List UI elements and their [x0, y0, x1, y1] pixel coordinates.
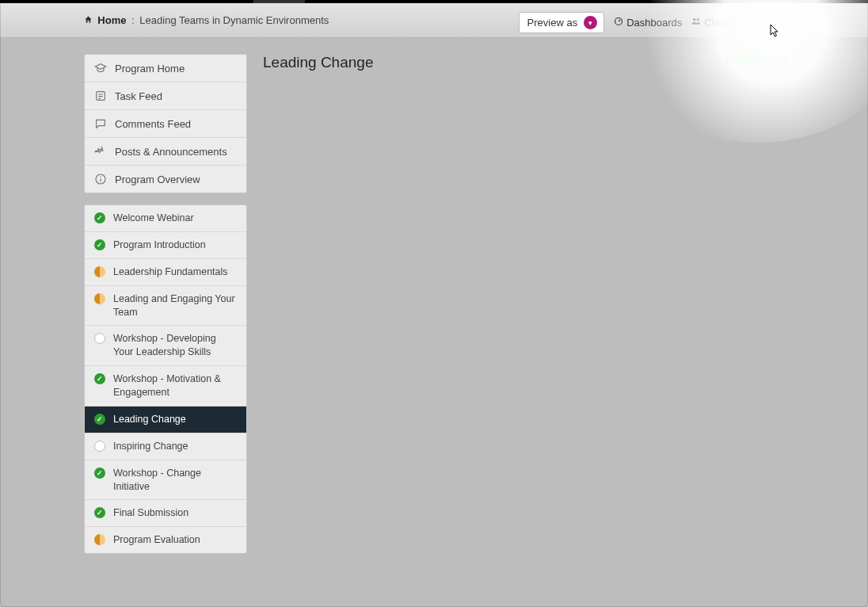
status-half-icon: [94, 534, 105, 545]
status-done-icon: [94, 468, 105, 479]
status-half-icon: [94, 266, 105, 277]
info-icon: [94, 173, 107, 185]
page-title: Leading Change: [263, 54, 789, 71]
sidebar: Program HomeTask FeedComments FeedPosts …: [84, 54, 247, 554]
pencil-icon: [759, 17, 768, 29]
edit-link[interactable]: Edit: [759, 17, 789, 29]
edit-label: Edit: [771, 17, 789, 29]
pin-icon: [94, 145, 107, 158]
sidebar-nav-label: Posts & Announcements: [115, 146, 227, 158]
module-item[interactable]: Leadership Fundamentals: [85, 259, 246, 286]
status-done-icon: [94, 212, 105, 223]
module-item[interactable]: Workshop - Developing Your Leadership Sk…: [85, 326, 246, 366]
svg-point-2: [697, 18, 699, 21]
sidebar-nav-label: Program Home: [115, 63, 185, 74]
breadcrumb: Home : Leading Teams in Dynamic Environm…: [84, 14, 329, 26]
sidebar-nav-item[interactable]: Comments Feed: [85, 110, 246, 138]
sidebar-nav-item[interactable]: Program Home: [85, 55, 246, 82]
module-item[interactable]: Leading and Engaging Your Team: [85, 286, 246, 326]
module-label: Inspiring Change: [113, 440, 238, 453]
preview-as-button[interactable]: Preview as ▾: [519, 12, 605, 33]
main-content: Leading Change: [263, 54, 789, 78]
preview-as-label: Preview as: [527, 17, 578, 29]
module-label: Workshop - Developing Your Leadership Sk…: [113, 332, 238, 359]
module-item[interactable]: Welcome Webinar: [85, 205, 246, 232]
module-item[interactable]: Final Submission: [85, 500, 246, 527]
home-icon: [84, 15, 95, 26]
module-item[interactable]: Leading Change: [85, 407, 246, 433]
sidebar-nav-item[interactable]: Program Overview: [85, 166, 246, 193]
sidebar-nav-label: Program Overview: [115, 174, 200, 185]
chevron-down-icon: ▾: [584, 16, 597, 29]
module-item[interactable]: Inspiring Change: [85, 433, 246, 460]
progress-indicator: [725, 55, 789, 63]
svg-point-9: [100, 176, 101, 177]
module-item[interactable]: Workshop - Change Initiative: [85, 460, 246, 501]
module-label: Program Evaluation: [113, 533, 238, 547]
module-label: Program Introduction: [113, 239, 238, 252]
page-header: Home : Leading Teams in Dynamic Environm…: [0, 3, 868, 38]
sidebar-nav-label: Task Feed: [115, 90, 162, 102]
module-label: Welcome Webinar: [113, 212, 238, 225]
module-label: Workshop - Motivation & Engagement: [113, 372, 238, 399]
module-label: Leading Change: [113, 413, 238, 426]
dashboards-label: Dashboards: [626, 17, 682, 29]
svg-point-1: [693, 18, 695, 21]
module-label: Workshop - Change Initiative: [113, 467, 238, 494]
class-list-link[interactable]: Class List: [691, 17, 748, 29]
module-label: Leadership Fundamentals: [113, 265, 238, 279]
module-item[interactable]: Program Evaluation: [85, 527, 246, 553]
task-icon: [94, 90, 107, 102]
class-list-label: Class List: [704, 17, 748, 29]
status-done-icon: [94, 373, 105, 384]
sidebar-nav: Program HomeTask FeedComments FeedPosts …: [84, 54, 247, 193]
grad-icon: [94, 62, 107, 74]
status-empty-icon: [94, 441, 105, 452]
module-label: Final Submission: [113, 506, 238, 520]
module-list: Welcome WebinarProgram IntroductionLeade…: [84, 204, 247, 554]
dashboards-link[interactable]: Dashboards: [614, 17, 682, 29]
gauge-icon: [614, 17, 623, 29]
header-actions: Preview as ▾ Dashboards Class List Edit: [519, 12, 789, 33]
chat-icon: [94, 117, 107, 130]
status-half-icon: [94, 293, 105, 304]
breadcrumb-home[interactable]: Home: [97, 14, 126, 26]
status-done-icon: [94, 414, 105, 425]
status-done-icon: [94, 239, 105, 250]
page-body: Program HomeTask FeedComments FeedPosts …: [0, 38, 868, 607]
people-icon: [691, 17, 701, 29]
status-done-icon: [94, 507, 105, 518]
status-empty-icon: [94, 333, 105, 344]
sidebar-nav-label: Comments Feed: [115, 118, 191, 130]
breadcrumb-trail: Leading Teams in Dynamic Environments: [139, 14, 329, 26]
sidebar-nav-item[interactable]: Task Feed: [85, 82, 246, 110]
module-item[interactable]: Workshop - Motivation & Engagement: [85, 366, 246, 407]
sidebar-nav-item[interactable]: Posts & Announcements: [85, 138, 246, 166]
module-item[interactable]: Program Introduction: [85, 232, 246, 259]
module-label: Leading and Engaging Your Team: [113, 292, 238, 319]
breadcrumb-separator: :: [131, 14, 135, 26]
